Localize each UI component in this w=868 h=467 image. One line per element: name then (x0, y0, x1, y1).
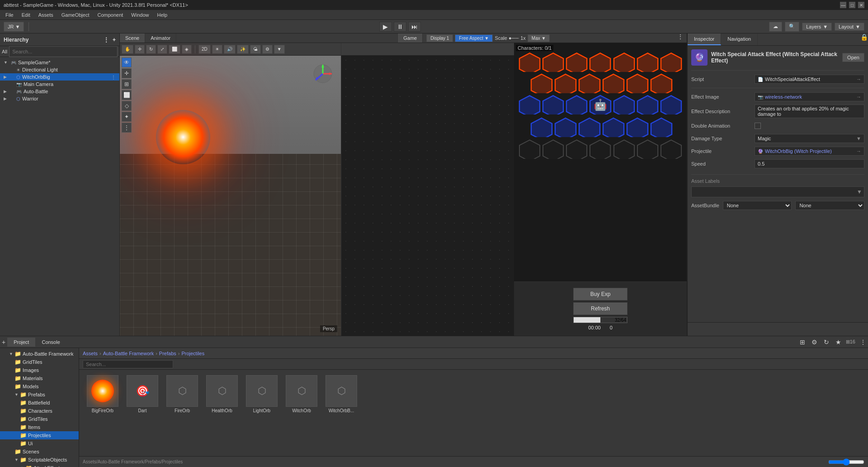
menu-window[interactable]: Window (127, 11, 152, 19)
asset-bundle-select-2[interactable]: None (795, 201, 864, 210)
tree-item-items[interactable]: 📁 Items (0, 423, 79, 431)
damage-type-value[interactable]: Magic ▼ (755, 134, 864, 143)
menu-gameobject[interactable]: GameObject (58, 11, 93, 19)
scene-more-btn[interactable]: ▼ (274, 45, 285, 54)
asset-item-fireorb[interactable]: ⬡ FireOrb (164, 375, 200, 413)
layers-dropdown[interactable]: Layers ▼ (802, 23, 832, 31)
add-project-item-button[interactable]: + (0, 338, 7, 347)
scene-view-tool-diamond[interactable]: ◇ (122, 101, 132, 111)
scene-view-tool-eye[interactable]: 👁 (122, 57, 132, 67)
minimize-button[interactable]: — (840, 2, 846, 8)
tree-item-gridtiles2[interactable]: 📁 GridTiles (0, 415, 79, 423)
refresh-button[interactable]: Refresh (573, 302, 627, 315)
assets-search-input[interactable] (83, 360, 173, 368)
reveal-in-finder-button[interactable]: ⊞ (798, 338, 807, 347)
scene-rect-tool[interactable]: ⬜ (169, 45, 180, 54)
free-aspect-btn[interactable]: Free Aspect ▼ (455, 34, 493, 42)
breadcrumb-projectiles[interactable]: Projectiles (181, 351, 204, 356)
step-button[interactable]: ⏭ (408, 22, 421, 32)
tree-item-characters[interactable]: 📁 Characters (0, 407, 79, 415)
scene-view-tool-grid[interactable]: ⊞ (122, 79, 132, 89)
tree-item-scenes[interactable]: 📁 Scenes (0, 448, 79, 456)
hierarchy-item-samplegame[interactable]: ▼ 🎮 SampleGame* (0, 59, 119, 66)
search-toolbar-button[interactable]: 🔍 (785, 22, 799, 32)
scene-light-btn[interactable]: ☀ (212, 45, 222, 54)
menu-help[interactable]: Help (153, 11, 171, 19)
scene-audio-btn[interactable]: 🔊 (224, 45, 236, 54)
scene-canvas[interactable]: 👁 ✛ ⊞ ⬜ ◇ ✦ ⋮ Persp (120, 56, 341, 336)
tree-item-ui[interactable]: 📁 Ui (0, 439, 79, 448)
asset-item-witchorbbig[interactable]: ⬡ WitchOrbB... (323, 375, 359, 413)
close-button[interactable]: ✕ (858, 2, 864, 8)
animator-canvas[interactable] (341, 56, 514, 336)
tree-item-materials[interactable]: 📁 Materials (0, 374, 79, 382)
breadcrumb-assets[interactable]: Assets (83, 351, 98, 356)
inspector-lock-icon[interactable]: 🔒 (860, 33, 868, 45)
game-tab[interactable]: Game (398, 33, 423, 43)
breadcrumb-framework[interactable]: Auto-Battle Framework (103, 351, 154, 356)
projectile-goto-icon[interactable]: → (856, 148, 861, 154)
asset-labels-container[interactable]: ▼ (691, 186, 864, 197)
navigation-tab[interactable]: Navigation (721, 33, 758, 45)
hierarchy-item-autobattle[interactable]: ▶ 🎮 Auto-Battle (0, 88, 119, 95)
hierarchy-menu-icon[interactable]: ⋮ (104, 37, 109, 43)
tree-item-models[interactable]: 📁 Models (0, 382, 79, 391)
breadcrumb-prefabs[interactable]: Prefabs (159, 351, 176, 356)
asset-item-lightorb[interactable]: ⬡ LightOrb (244, 375, 280, 413)
game-canvas[interactable]: Characters: 0/1 (514, 43, 687, 281)
buy-exp-button[interactable]: Buy Exp (573, 288, 627, 300)
menu-edit[interactable]: Edit (18, 11, 34, 19)
hierarchy-search-input[interactable] (9, 46, 118, 57)
scene-view-tool-box[interactable]: ⬜ (122, 90, 132, 100)
projectile-value[interactable]: 🔮 WitchOrbBig (Witch Projectile) → (755, 147, 864, 156)
hierarchy-item-witchorbbig[interactable]: ▶ ⬡ WitchOrbBig ⋮ (0, 73, 119, 81)
tree-item-scriptableobjects[interactable]: ▼ 📁 ScriptableObjects (0, 456, 79, 464)
scene-view-tool-star[interactable]: ✦ (122, 112, 132, 122)
asset-item-healthorb[interactable]: ⬡ HealthOrb (204, 375, 240, 413)
script-value[interactable]: 📄 WitchSpecialAttackEffect → (755, 75, 864, 84)
scene-gizmos-btn[interactable]: ⚙ (262, 45, 273, 54)
hierarchy-add-icon[interactable]: + (113, 37, 116, 43)
witchorbbig-more-icon[interactable]: ⋮ (111, 75, 116, 80)
double-anim-checkbox[interactable] (755, 123, 761, 129)
asset-labels-dropdown[interactable]: ▼ (857, 189, 862, 195)
console-tab[interactable]: Console (35, 338, 66, 347)
zoom-slider[interactable] (828, 458, 864, 466)
account-button[interactable]: JR ▼ (4, 22, 24, 32)
hierarchy-item-maincamera[interactable]: 📷 Main Camera (0, 81, 119, 88)
tree-item-projectiles[interactable]: 📁 Projectiles (0, 431, 79, 439)
layout-dropdown[interactable]: Layout ▼ (835, 23, 864, 31)
display1-btn[interactable]: Display 1 (426, 34, 453, 42)
asset-item-bigfireorb[interactable]: BigFireOrb (85, 375, 121, 413)
inspector-tab[interactable]: Inspector (688, 33, 721, 45)
tree-item-images[interactable]: 📁 Images (0, 366, 79, 374)
scene-tab[interactable]: Scene (120, 33, 145, 43)
scene-hand-tool[interactable]: ✋ (122, 45, 133, 54)
hierarchy-item-warrior[interactable]: ▶ ⬡ Warrior (0, 95, 119, 102)
tree-item-autobattle[interactable]: ▼ 📁 Auto-Battle Framework (0, 350, 79, 358)
scene-2d-btn[interactable]: 2D (198, 45, 211, 54)
scene-move-tool[interactable]: ✛ (135, 45, 145, 54)
tree-item-gridtiles[interactable]: 📁 GridTiles (0, 358, 79, 366)
menu-assets[interactable]: Assets (35, 11, 57, 19)
effect-image-value[interactable]: 📷 wireless-network → (755, 92, 864, 101)
effect-image-goto-icon[interactable]: → (856, 94, 861, 100)
scene-scale-tool[interactable]: ⤢ (157, 45, 167, 54)
hierarchy-item-directionallight[interactable]: ☀ Directional Light (0, 66, 119, 73)
tree-item-attackeffects[interactable]: ▼ 📁 AttackEffects (0, 464, 79, 467)
damage-type-dropdown-icon[interactable]: ▼ (856, 136, 861, 141)
max-button[interactable]: Max ▼ (528, 34, 550, 42)
cloud-button[interactable]: ☁ (769, 22, 782, 32)
animator-tab[interactable]: Animator (145, 33, 176, 43)
project-tab[interactable]: Project (7, 338, 35, 347)
inspector-open-button[interactable]: Open (842, 53, 864, 62)
project-settings-button[interactable]: ⚙ (810, 338, 819, 347)
asset-item-dart[interactable]: 🎯 Dart (124, 375, 160, 413)
project-menu-button[interactable]: ⋮ (858, 338, 868, 347)
play-button[interactable]: ▶ (379, 22, 392, 32)
scene-rotate-tool[interactable]: ↻ (146, 45, 156, 54)
scene-fx-btn[interactable]: ✨ (237, 45, 249, 54)
speed-value[interactable]: 0.5 (755, 159, 864, 168)
scene-transform-tool[interactable]: ◈ (182, 45, 192, 54)
effect-desc-value[interactable]: Creates an orb that applies 20% of magic… (755, 105, 864, 118)
